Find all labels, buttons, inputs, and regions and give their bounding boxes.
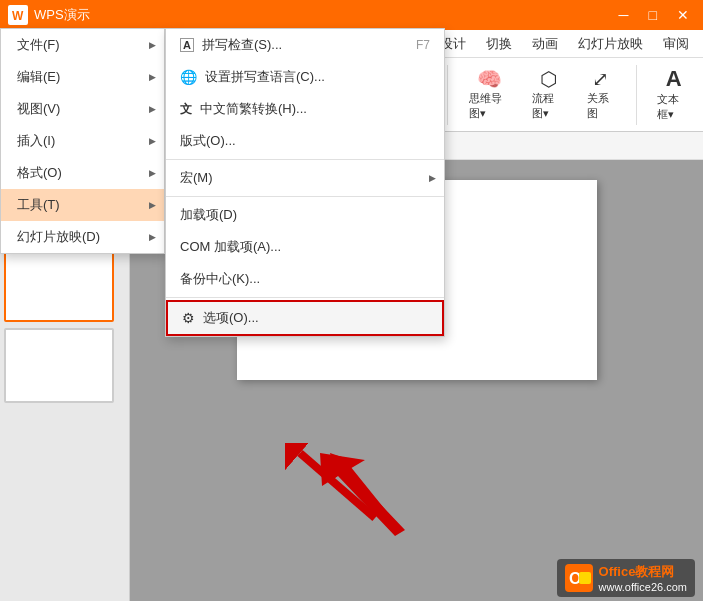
submenu-spell-lang[interactable]: 🌐 设置拼写查语言(C)...	[166, 61, 444, 93]
slide-thumb-2[interactable]	[4, 247, 114, 322]
menu-slideshow[interactable]: 幻灯片放映	[568, 31, 653, 57]
submenu-cn-convert[interactable]: 文 中文简繁转换(H)...	[166, 93, 444, 125]
cn-convert-icon: 文	[180, 101, 192, 118]
submenu-com-addin[interactable]: COM 加载项(A)...	[166, 231, 444, 263]
submenu-options[interactable]: ⚙ 选项(O)...	[166, 300, 444, 336]
close-button[interactable]: ✕	[671, 5, 695, 25]
submenu-backup[interactable]: 备份中心(K)...	[166, 263, 444, 295]
spell-lang-icon: 🌐	[180, 69, 197, 85]
watermark-bg: O Office教程网 www.office26.com	[557, 559, 695, 597]
ribbon-sep3	[636, 65, 637, 125]
menu-review[interactable]: 审阅	[653, 31, 699, 57]
slide-thumb-3-inner	[6, 330, 112, 401]
spell-check-icon: A	[180, 38, 194, 52]
dropdown-item-edit[interactable]: 编辑(E)	[1, 61, 164, 93]
mindmap-icon: 🧠	[477, 69, 502, 89]
slide-thumb-2-inner	[6, 249, 112, 320]
svg-rect-7	[579, 572, 591, 584]
window-controls: ─ □ ✕	[613, 5, 695, 25]
dropdown-item-insert[interactable]: 插入(I)	[1, 125, 164, 157]
red-arrow-container	[285, 443, 385, 526]
submenu-layout[interactable]: 版式(O)...	[166, 125, 444, 157]
menu-animation[interactable]: 动画	[522, 31, 568, 57]
dropdown-item-file[interactable]: 文件(F)	[1, 29, 164, 61]
svg-text:W: W	[12, 9, 24, 23]
maximize-button[interactable]: □	[643, 5, 663, 25]
ribbon-mindmap[interactable]: 🧠 思维导图▾	[464, 66, 516, 124]
slide-thumb-container-3: 3	[4, 328, 125, 403]
watermark: O Office教程网 www.office26.com	[557, 559, 695, 597]
submenu-addin[interactable]: 加载项(D)	[166, 199, 444, 231]
textbox-icon: A	[666, 68, 682, 90]
dropdown-item-format[interactable]: 格式(O)	[1, 157, 164, 189]
submenu-spell-check[interactable]: A 拼写检查(S)... F7	[166, 29, 444, 61]
file-dropdown-menu: 文件(F) 编辑(E) 视图(V) 插入(I) 格式(O) 工具(T) 幻灯片放…	[0, 28, 165, 254]
minimize-button[interactable]: ─	[613, 5, 635, 25]
submenu-sep3	[166, 297, 444, 298]
dropdown-item-view[interactable]: 视图(V)	[1, 93, 164, 125]
red-arrow-svg	[285, 443, 385, 523]
watermark-brand: Office教程网	[599, 563, 687, 581]
dropdown-item-tools[interactable]: 工具(T)	[1, 189, 164, 221]
tools-submenu: A 拼写检查(S)... F7 🌐 设置拼写查语言(C)... 文 中文简繁转换…	[165, 28, 445, 337]
flowchart-icon: ⬡	[540, 69, 557, 89]
submenu-macro[interactable]: 宏(M)	[166, 162, 444, 194]
menu-transition[interactable]: 切换	[476, 31, 522, 57]
submenu-sep1	[166, 159, 444, 160]
title-bar: W WPS演示 ─ □ ✕	[0, 0, 703, 30]
watermark-url: www.office26.com	[599, 581, 687, 593]
slide-thumb-3[interactable]	[4, 328, 114, 403]
ribbon-textbox[interactable]: A 文本框▾	[652, 65, 695, 125]
ribbon-flowchart[interactable]: ⬡ 流程图▾	[527, 66, 570, 124]
ribbon-sep2	[447, 65, 448, 125]
app-logo: W	[8, 5, 28, 25]
relation-icon: ⤢	[592, 69, 609, 89]
ribbon-relation[interactable]: ⤢ 关系图	[582, 66, 620, 124]
slide-thumb-container-2: 2	[4, 247, 125, 322]
options-gear-icon: ⚙	[182, 310, 195, 326]
window-title: WPS演示	[34, 6, 613, 24]
svg-line-4	[300, 453, 375, 518]
office-logo-icon: O	[565, 564, 593, 592]
dropdown-item-slideshow[interactable]: 幻灯片放映(D)	[1, 221, 164, 253]
submenu-sep2	[166, 196, 444, 197]
